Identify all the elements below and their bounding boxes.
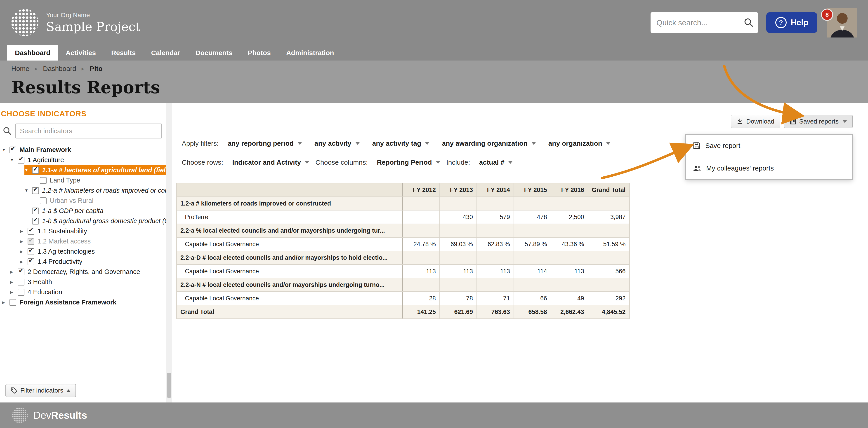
filter-organization[interactable]: any organization: [548, 140, 610, 147]
collapsed-caret-icon[interactable]: [20, 249, 28, 254]
tab-activities[interactable]: Activities: [58, 45, 103, 61]
user-avatar[interactable]: 8: [827, 8, 857, 37]
filter-reporting-period[interactable]: any reporting period: [228, 140, 302, 147]
tree-item-foreign-assistance[interactable]: Foreign Assistance Framework: [2, 297, 172, 307]
tree-item-ag-gdp[interactable]: 1-b $ agricultural gross domestic produc…: [24, 216, 172, 226]
tree-item-urban-vs-rural[interactable]: Urban vs Rural: [40, 196, 172, 206]
search-icon[interactable]: [744, 18, 754, 28]
checkbox[interactable]: [32, 187, 39, 194]
collapsed-caret-icon[interactable]: [20, 259, 28, 264]
collapsed-caret-icon[interactable]: [20, 229, 28, 234]
page-title: Results Reports: [11, 78, 160, 97]
tree-item-ag-technologies[interactable]: 1.3 Ag technologies: [20, 246, 172, 257]
collapsed-caret-icon[interactable]: [10, 290, 18, 295]
cell: [477, 197, 514, 210]
tree-item-kilometers[interactable]: 1.2-a # kilometers of roads improved or …: [24, 186, 172, 196]
tab-calendar[interactable]: Calendar: [143, 45, 188, 61]
activity-label[interactable]: Capable Local Governance: [177, 237, 403, 251]
collapsed-caret-icon[interactable]: [2, 300, 9, 305]
checkbox[interactable]: [18, 289, 24, 296]
checkbox[interactable]: [32, 218, 39, 225]
indicator-search-input[interactable]: [16, 124, 162, 138]
cell: [514, 197, 551, 210]
filter-awarding-organization[interactable]: any awarding organization: [442, 140, 535, 147]
columns-dropdown[interactable]: Reporting Period: [377, 159, 440, 166]
activity-label[interactable]: Capable Local Governance: [177, 292, 403, 305]
checkbox[interactable]: [40, 197, 46, 204]
footer: DevResults: [0, 402, 868, 428]
checkbox[interactable]: [18, 279, 24, 286]
tree-item-land-type[interactable]: Land Type: [40, 175, 172, 186]
tree-item-agriculture[interactable]: 1 Agriculture: [10, 155, 172, 165]
cell: 66: [514, 292, 551, 305]
include-label: Include:: [446, 159, 470, 166]
quick-search-input[interactable]: [651, 12, 758, 33]
tree-item-democracy[interactable]: 2 Democracy, Rights, and Governance: [10, 267, 172, 277]
cell: 49: [551, 292, 588, 305]
checkbox: [28, 238, 34, 245]
include-dropdown[interactable]: actual #: [479, 159, 513, 166]
checkbox[interactable]: [18, 268, 24, 275]
cell: 24.78 %: [403, 237, 440, 251]
rows-dropdown[interactable]: Indicator and Activity: [232, 159, 309, 166]
tab-documents[interactable]: Documents: [188, 45, 240, 61]
tree-item-gdp-per-capita[interactable]: 1-a $ GDP per capita: [24, 206, 172, 216]
tree-item-main-framework[interactable]: Main Framework: [2, 145, 172, 155]
tab-dashboard[interactable]: Dashboard: [7, 45, 58, 61]
checkbox[interactable]: [40, 177, 46, 184]
cell: 71: [477, 292, 514, 305]
tab-photos[interactable]: Photos: [240, 45, 278, 61]
tree-item-hectares-selected[interactable]: 1.1-a # hectares of agricultural land (f…: [24, 165, 172, 175]
checkbox[interactable]: [28, 248, 34, 255]
sidebar-heading: CHOOSE INDICATORS: [0, 107, 172, 124]
dropdown-caret-icon: [606, 142, 610, 145]
indicator-group-row: 1.2-a # kilometers of roads improved or …: [177, 197, 629, 210]
saved-reports-menu: Save report My colleagues' reports: [685, 134, 852, 180]
activity-label[interactable]: ProTerre: [177, 210, 403, 224]
sidebar-scrollbar[interactable]: [166, 103, 172, 402]
saved-reports-icon: [790, 118, 796, 125]
report-main: Download Saved reports Apply filters:: [172, 103, 868, 402]
help-label: Help: [791, 18, 808, 27]
cell: 113: [551, 264, 588, 278]
tab-results[interactable]: Results: [103, 45, 143, 61]
checkbox[interactable]: [9, 299, 16, 306]
cell: [588, 197, 629, 210]
checkbox[interactable]: [32, 167, 39, 174]
collapsed-caret-icon[interactable]: [10, 269, 18, 274]
cell: 3,987: [588, 210, 629, 224]
filter-indicators-button[interactable]: Filter indicators: [5, 384, 76, 397]
filter-activity-tag[interactable]: any activity tag: [372, 140, 430, 147]
collapsed-caret-icon[interactable]: [10, 279, 18, 285]
tree-item-education[interactable]: 4 Education: [10, 287, 172, 297]
menu-item-colleagues-reports[interactable]: My colleagues' reports: [686, 157, 852, 179]
dropdown-caret-icon: [532, 142, 536, 145]
sidebar-scrollbar-thumb[interactable]: [167, 373, 171, 398]
filter-activity[interactable]: any activity: [314, 140, 360, 147]
checkbox[interactable]: [28, 258, 34, 265]
tree-item-health[interactable]: 3 Health: [10, 277, 172, 287]
checkbox[interactable]: [32, 207, 39, 215]
collapsed-caret-icon[interactable]: [20, 239, 28, 244]
saved-reports-button[interactable]: Saved reports: [784, 115, 852, 128]
help-button[interactable]: Help: [766, 12, 817, 33]
checkbox[interactable]: [9, 146, 16, 153]
breadcrumb-home[interactable]: Home: [11, 65, 29, 72]
download-button[interactable]: Download: [731, 115, 780, 128]
tree-item-sustainability[interactable]: 1.1 Sustainability: [20, 226, 172, 236]
tree-item-productivity[interactable]: 1.4 Productivity: [20, 257, 172, 267]
expanded-caret-icon[interactable]: [10, 158, 18, 162]
breadcrumb-dashboard[interactable]: Dashboard: [43, 65, 76, 72]
tab-administration[interactable]: Administration: [278, 45, 342, 61]
expanded-caret-icon[interactable]: [24, 188, 32, 193]
breadcrumb-current: Pito: [90, 65, 103, 72]
tree-item-market-access[interactable]: 1.2 Market access: [20, 236, 172, 246]
activity-label[interactable]: Capable Local Governance: [177, 264, 403, 278]
checkbox[interactable]: [28, 228, 34, 235]
expanded-caret-icon[interactable]: [24, 168, 32, 172]
menu-item-save-report[interactable]: Save report: [686, 135, 852, 157]
checkbox[interactable]: [18, 157, 24, 164]
notification-badge[interactable]: 8: [821, 8, 833, 21]
devresults-brand[interactable]: DevResults: [33, 410, 87, 421]
expanded-caret-icon[interactable]: [2, 147, 9, 152]
